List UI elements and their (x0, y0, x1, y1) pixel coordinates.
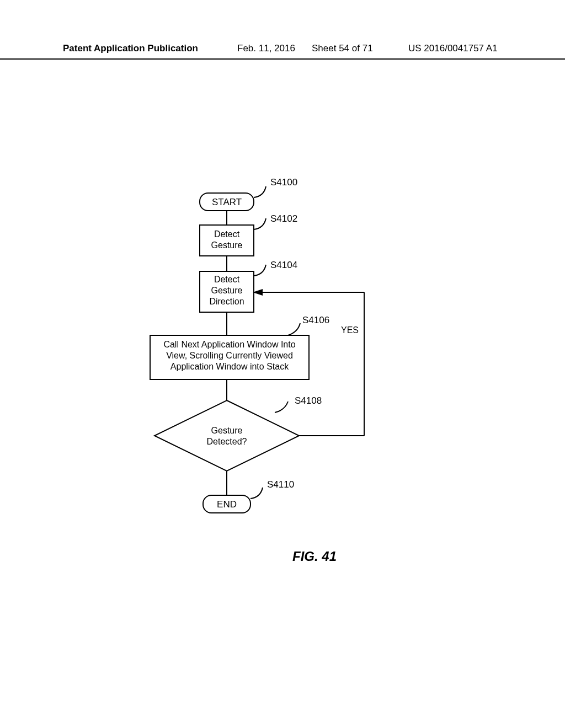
svg-text:Application Window into Stack: Application Window into Stack (170, 362, 289, 371)
s4106-label: S4106 (302, 315, 329, 325)
s4108-label: S4108 (295, 395, 322, 406)
call-next-node: Call Next Application Window Into View, … (150, 335, 309, 379)
svg-text:Gesture: Gesture (211, 426, 243, 435)
svg-marker-14 (154, 400, 299, 471)
end-node: END (203, 495, 250, 513)
svg-text:Direction: Direction (209, 297, 244, 306)
detect-direction-node: Detect Gesture Direction (200, 271, 254, 312)
svg-text:Gesture: Gesture (211, 286, 243, 295)
svg-text:Detected?: Detected? (207, 437, 247, 446)
flowchart: START S4100 Detect Gesture S4102 Detect … (0, 0, 565, 728)
s4100-label: S4100 (270, 177, 297, 188)
s4102-label: S4102 (270, 213, 297, 224)
detect-gesture-line2: Gesture (211, 240, 243, 250)
figure-caption: FIG. 41 (292, 549, 337, 564)
svg-text:View, Scrolling Currently View: View, Scrolling Currently Viewed (166, 351, 293, 360)
start-label: START (212, 197, 242, 207)
svg-text:Detect: Detect (214, 275, 240, 284)
svg-text:Call Next Application Window I: Call Next Application Window Into (163, 340, 295, 349)
s4104-label: S4104 (270, 260, 297, 270)
detect-gesture-line1: Detect (214, 229, 240, 239)
s4110-label: S4110 (267, 479, 294, 490)
yes-label: YES (341, 325, 359, 335)
start-node: START (200, 193, 254, 211)
end-label: END (217, 499, 237, 510)
decision-node: Gesture Detected? (154, 400, 299, 471)
detect-gesture-node: Detect Gesture (200, 225, 254, 256)
